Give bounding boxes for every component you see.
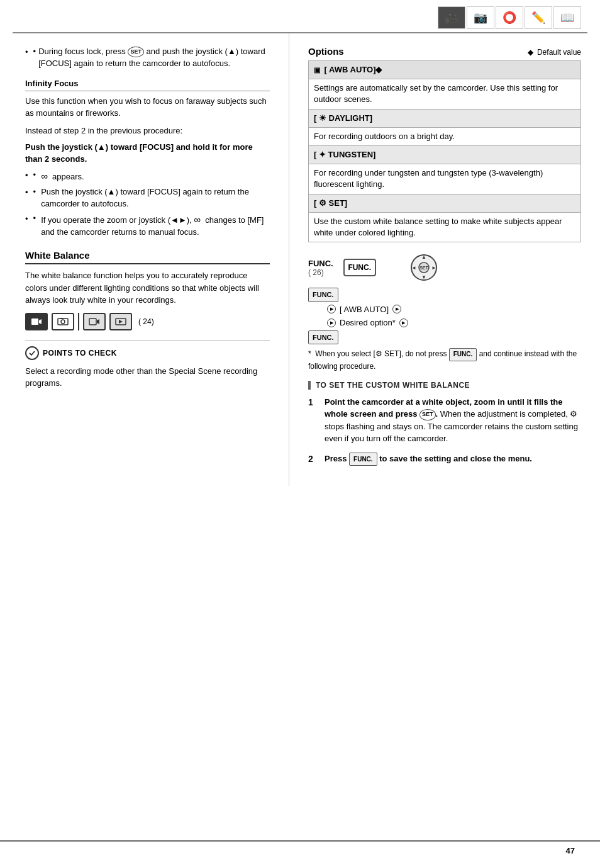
arrow-icon-3 — [327, 318, 336, 327]
option-tungsten-label: [ ✦ TUNGSTEN] — [309, 145, 581, 164]
func-step-3-text: Desired option* — [340, 317, 396, 329]
option-tungsten-desc: For recording under tungsten and tungste… — [309, 164, 581, 194]
header-icon-circle[interactable]: ⭕ — [496, 6, 523, 29]
bullet-dot: • — [33, 169, 36, 181]
mode-icon-alt1 — [83, 313, 106, 330]
svg-text:SET: SET — [419, 266, 428, 270]
svg-point-3 — [61, 320, 65, 324]
func-btn-1: FUNC. — [308, 288, 338, 302]
points-check-body: Select a recording mode other than the S… — [25, 365, 270, 390]
mode-icon-photo — [52, 313, 74, 330]
func-label: FUNC. — [308, 259, 333, 268]
infinity-focus-bold-instruction: Push the joystick (▲) toward [FOCUS] and… — [25, 142, 270, 166]
header-icon-row: 🎥 📷 ⭕ ✏️ 📖 — [0, 0, 600, 32]
step-item-1: 1 Point the camcorder at a white object,… — [308, 396, 581, 445]
custom-wb-steps: 1 Point the camcorder at a white object,… — [308, 396, 581, 466]
bullet-dot: • — [33, 46, 36, 58]
svg-marker-6 — [97, 319, 99, 324]
step-num-1: 1 — [308, 396, 318, 445]
step-2-bold: Press FUNC. to save the setting and clos… — [325, 454, 532, 463]
options-title: Options — [308, 46, 344, 57]
func-step-4: FUNC. — [308, 330, 581, 345]
func-steps: FUNC. [ AWB AUTO] Desired option* FUNC. — [308, 288, 581, 344]
header-icon-video[interactable]: 🎥 — [438, 6, 465, 29]
svg-marker-1 — [39, 319, 42, 324]
svg-text:▲: ▲ — [421, 254, 426, 260]
step-num-2: 2 — [308, 453, 318, 466]
header-icon-pencil[interactable]: ✏️ — [525, 6, 552, 29]
options-header: Options ◆ Default value — [308, 46, 581, 57]
infinity-focus-instruction-prefix: Instead of step 2 in the previous proced… — [25, 125, 270, 137]
set-button-inline: SET — [128, 47, 144, 57]
list-item: • ∞ appears. — [25, 169, 270, 183]
focus-lock-bullets: • During focus lock, press SET and push … — [25, 46, 270, 70]
focus-lock-text: During focus lock, press SET and push th… — [38, 46, 270, 70]
white-balance-body: The white balance function helps you to … — [25, 269, 270, 307]
list-item: • During focus lock, press SET and push … — [25, 46, 270, 70]
svg-rect-0 — [31, 318, 38, 325]
mode-icon-alt2 — [109, 313, 132, 330]
func-btn-2: FUNC. — [308, 330, 338, 345]
right-column: Options ◆ Default value ▣ [ AWB AUTO]◆ S… — [289, 33, 600, 486]
infinity-bullet-2: Push the joystick (▲) toward [FOCUS] aga… — [41, 186, 270, 210]
points-to-check-section: Points to Check Select a recording mode … — [25, 341, 270, 390]
custom-wb-title: To set the custom white balance — [316, 381, 470, 390]
main-content: • During focus lock, press SET and push … — [0, 33, 600, 486]
func-dial-icon: FUNC. — [343, 259, 376, 276]
table-row: [ ✦ TUNGSTEN] — [309, 145, 581, 164]
joystick-icon: ▲ ▼ ◄ ► SET — [409, 252, 439, 283]
default-value-label: ◆ Default value — [528, 48, 581, 57]
arrow-icon-4 — [399, 318, 408, 327]
func-footnote: * When you select [⚙ SET], do not press … — [308, 348, 581, 372]
func-btn-footnote: FUNC. — [449, 348, 477, 361]
options-table: ▣ [ AWB AUTO]◆ Settings are automaticall… — [308, 60, 581, 242]
step-1-text: Point the camcorder at a white object, z… — [325, 396, 581, 445]
bullet-dot: • — [33, 186, 36, 198]
custom-wb-header: To set the custom white balance — [308, 381, 581, 390]
points-check-title: Points to Check — [43, 349, 117, 358]
infinity-focus-body: Use this function when you wish to focus… — [25, 95, 270, 120]
mode-icons-row: ( 24) — [25, 313, 270, 330]
page-number: 47 — [566, 846, 575, 855]
infinity-bullet-3: If you operate the zoom or joystick (◄►)… — [41, 213, 270, 239]
func-step-3: Desired option* — [327, 317, 581, 329]
arrow-icon-1 — [327, 305, 336, 313]
table-row: For recording under tungsten and tungste… — [309, 164, 581, 194]
bottom-divider — [0, 840, 600, 842]
list-item: • If you operate the zoom or joystick (◄… — [25, 213, 270, 239]
option-daylight-desc: For recording outdoors on a bright day. — [309, 127, 581, 145]
svg-text:◄: ◄ — [411, 265, 416, 271]
func-step-2: [ AWB AUTO] — [327, 303, 581, 316]
mode-ref: ( 24) — [138, 317, 154, 326]
set-btn-step1: SET — [419, 409, 436, 420]
func-graphic: FUNC. ( 26) FUNC. ▲ ▼ ◄ ► SET — [308, 252, 581, 283]
header-icon-book[interactable]: 📖 — [553, 6, 581, 29]
diamond-icon: ◆ — [528, 48, 533, 57]
func-ref: ( 26) — [308, 268, 333, 277]
header-icon-camera[interactable]: 📷 — [467, 6, 494, 29]
func-section: FUNC. ( 26) FUNC. ▲ ▼ ◄ ► SET — [308, 252, 581, 372]
svg-marker-8 — [119, 320, 123, 324]
table-row: Settings are automatically set by the ca… — [309, 79, 581, 109]
svg-text:►: ► — [431, 265, 436, 271]
table-row: Use the custom white balance setting to … — [309, 212, 581, 242]
table-row: [ ⚙ SET] — [309, 194, 581, 212]
table-row: For recording outdoors on a bright day. — [309, 127, 581, 145]
checkmark-circle-icon — [25, 346, 39, 360]
option-daylight-label: [ ☀ DAYLIGHT] — [309, 109, 581, 127]
mode-icon-divider — [78, 313, 79, 330]
mode-icon-video — [25, 313, 48, 330]
infinity-focus-bullets: • ∞ appears. • Push the joystick (▲) tow… — [25, 169, 270, 239]
bullet-dot: • — [33, 213, 36, 225]
infinity-focus-title: Infinity Focus — [25, 79, 270, 91]
left-column: • During focus lock, press SET and push … — [0, 33, 289, 486]
table-row: ▣ [ AWB AUTO]◆ — [309, 61, 581, 79]
option-set-label: [ ⚙ SET] — [309, 194, 581, 212]
option-awb-auto-desc: Settings are automatically set by the ca… — [309, 79, 581, 109]
svg-text:▼: ▼ — [421, 274, 426, 280]
infinity-bullet-1: ∞ appears. — [41, 169, 84, 183]
func-btn-step2: FUNC. — [349, 453, 377, 466]
svg-rect-5 — [89, 318, 96, 325]
option-awb-auto-label: ▣ [ AWB AUTO]◆ — [309, 61, 581, 79]
list-item: • Push the joystick (▲) toward [FOCUS] a… — [25, 186, 270, 210]
